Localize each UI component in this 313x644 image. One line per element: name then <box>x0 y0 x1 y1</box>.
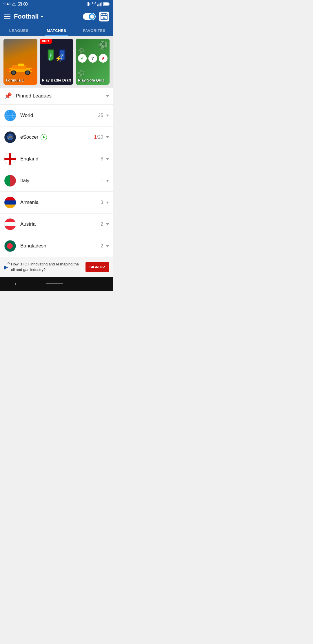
list-item-bangladesh[interactable]: Bangladesh 2 <box>0 235 113 257</box>
sport-title: Football <box>14 13 39 20</box>
svg-rect-13 <box>101 2 102 6</box>
svg-rect-28 <box>6 69 11 71</box>
formula1-label: Formula 1 <box>6 78 24 82</box>
shields-image: ⚡ <box>43 48 70 68</box>
svg-rect-53 <box>4 200 16 205</box>
pinned-leagues-chevron <box>106 95 109 97</box>
drive-icon <box>12 2 16 6</box>
italy-flag <box>4 175 16 187</box>
svg-point-25 <box>12 71 15 74</box>
austria-flag <box>4 218 16 230</box>
battle-shields-svg: ⚡ <box>43 48 70 68</box>
austria-chevron <box>106 223 109 225</box>
italy-count: 1 <box>101 178 103 183</box>
tab-favorites[interactable]: FAVORITES <box>75 25 113 36</box>
list-item-england[interactable]: England 8 <box>0 148 113 170</box>
armenia-count: 3 <box>101 200 103 205</box>
ad-text: How is ICT innovating and reshaping the … <box>11 262 83 272</box>
quiz-icons: ✓ ? ✗ <box>78 54 108 63</box>
promo-card-sofa-quiz[interactable]: ⚽ ⚽ ⚽ ✓ ? ✗ Play Sofa Quiz <box>76 39 110 85</box>
menu-button[interactable] <box>4 15 10 19</box>
status-left: 9:48 <box>3 2 28 6</box>
vibrate-icon <box>86 2 90 6</box>
live-play-icon <box>43 136 45 139</box>
list-item-austria[interactable]: Austria 2 <box>0 214 113 235</box>
svg-rect-29 <box>30 69 36 71</box>
esoccer-flag: 🎮 <box>4 131 16 143</box>
signup-button[interactable]: SIGN UP <box>85 262 109 272</box>
italy-name: Italy <box>20 178 101 184</box>
sport-dropdown-chevron[interactable] <box>41 16 43 18</box>
svg-rect-46 <box>4 158 16 160</box>
svg-rect-30 <box>18 64 24 66</box>
beta-badge: BETA <box>40 39 52 44</box>
bangladesh-chevron <box>106 245 109 247</box>
header-left: Football <box>4 13 43 20</box>
check-icon-circle: ✓ <box>78 54 87 63</box>
svg-text:14: 14 <box>103 17 105 19</box>
live-toggle[interactable]: 🕐 <box>83 13 96 20</box>
svg-rect-11 <box>99 3 99 6</box>
nav-pill[interactable] <box>46 283 63 284</box>
ad-close-icon[interactable]: ✕ <box>7 261 10 265</box>
esoccer-chevron <box>106 136 109 138</box>
tab-matches[interactable]: MATCHES <box>38 25 75 36</box>
header-right: 🕐 14 <box>83 12 109 21</box>
back-button[interactable]: ‹ <box>15 281 17 287</box>
calendar-icon: 14 <box>100 13 108 20</box>
svg-text:🎮: 🎮 <box>8 135 13 140</box>
pin-icon: 📌 <box>4 92 12 100</box>
list-item-italy[interactable]: Italy 1 <box>0 170 113 192</box>
tab-leagues[interactable]: LEAGUES <box>0 25 38 36</box>
header-title: Football <box>14 13 43 20</box>
svg-point-9 <box>94 5 94 5</box>
svg-text:⚡: ⚡ <box>55 55 62 62</box>
svg-rect-4 <box>88 2 89 6</box>
armenia-flag <box>4 196 16 209</box>
svg-rect-8 <box>90 3 90 5</box>
list-item-esoccer[interactable]: 🎮 eSoccer 1/20 <box>0 126 113 148</box>
svg-point-27 <box>26 71 30 74</box>
list-item-world[interactable]: World 25 <box>0 105 113 126</box>
battery-icon <box>103 2 110 6</box>
armenia-chevron <box>106 202 109 204</box>
svg-rect-16 <box>103 3 108 5</box>
status-right <box>86 2 110 6</box>
svg-point-1 <box>19 3 19 4</box>
svg-rect-6 <box>89 3 89 5</box>
question-icon-circle: ? <box>88 54 97 63</box>
toggle-thumb: 🕐 <box>89 13 95 20</box>
pinned-leagues-name: Pinned Leagues <box>16 93 106 99</box>
world-flag <box>4 109 16 122</box>
svg-rect-5 <box>87 3 87 5</box>
ad-left-section: ▶ ✕ <box>4 264 8 270</box>
world-count: 25 <box>98 113 103 118</box>
x-icon-circle: ✗ <box>99 54 108 63</box>
pinned-leagues-item[interactable]: 📌 Pinned Leagues <box>0 88 113 105</box>
promo-card-battle-draft[interactable]: BETA ⚡ Play Battle Draft <box>40 39 74 85</box>
bangladesh-count: 2 <box>101 243 103 249</box>
esoccer-count: 1/20 <box>94 135 103 140</box>
england-name: England <box>20 156 101 162</box>
bangladesh-name: Bangladesh <box>20 243 101 249</box>
svg-rect-15 <box>109 3 110 5</box>
svg-rect-10 <box>97 5 98 6</box>
armenia-name: Armenia <box>20 200 101 205</box>
svg-rect-59 <box>4 222 16 226</box>
tab-bar: LEAGUES MATCHES FAVORITES <box>0 25 113 36</box>
ad-banner: ▶ ✕ How is ICT innovating and reshaping … <box>0 257 113 277</box>
italy-chevron <box>106 180 109 182</box>
svg-rect-52 <box>4 197 16 201</box>
calendar-button[interactable]: 14 <box>99 12 109 21</box>
svg-point-3 <box>25 3 26 5</box>
status-bar: 9:48 <box>0 0 113 8</box>
clock-icon: 🕐 <box>90 14 94 19</box>
promo-card-formula1[interactable]: Formula 1 <box>3 39 37 85</box>
battle-draft-label: Play Battle Draft <box>42 78 71 82</box>
f1-car-image <box>3 56 37 79</box>
england-flag <box>4 153 16 165</box>
list-item-armenia[interactable]: Armenia 3 <box>0 192 113 214</box>
image-icon <box>17 2 22 6</box>
svg-rect-12 <box>100 3 101 6</box>
austria-count: 2 <box>101 222 103 227</box>
